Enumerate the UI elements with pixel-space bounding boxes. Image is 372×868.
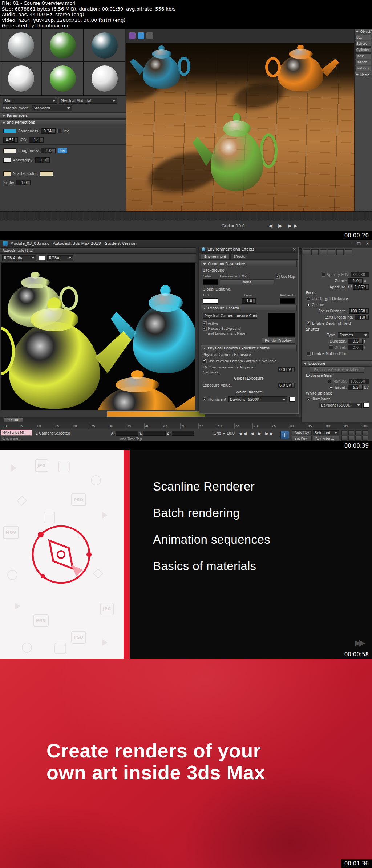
use-physical-controls-checkbox[interactable] [203, 359, 207, 363]
physical-camera-exposure-rollout[interactable]: Physical Camera Exposure Control [201, 345, 297, 351]
create-tab-icon[interactable] [303, 249, 310, 255]
object-type-button[interactable]: Torus [355, 53, 371, 59]
active-checkbox[interactable] [203, 321, 207, 325]
illuminant-swatch[interactable] [289, 397, 295, 402]
ior-input[interactable]: 1.4 [29, 137, 44, 143]
material-sample-slot[interactable] [84, 29, 125, 62]
key-filters-button[interactable]: Key Filters... [313, 436, 339, 441]
use-map-checkbox[interactable] [276, 275, 280, 279]
specify-fov-checkbox[interactable] [322, 273, 326, 277]
ambient-swatch[interactable] [280, 298, 295, 304]
anisotropy-input[interactable]: 1.0 [35, 157, 50, 163]
exposure-installed-button[interactable]: Exposure Control Installed [310, 367, 364, 373]
format-dropdown[interactable]: RGBA [47, 255, 73, 261]
command-panel-tabs[interactable] [303, 249, 371, 257]
target-radio[interactable] [329, 386, 333, 389]
common-parameters-rollout[interactable]: Common Parameters [201, 261, 297, 267]
time-slider-handle[interactable]: 0 / 100 [4, 417, 23, 422]
playback-controls[interactable]: ◀◀ ◀ ▶ ▶▶ [239, 431, 274, 436]
zoom-icon[interactable] [341, 430, 347, 435]
fov-icon[interactable] [362, 430, 368, 435]
object-type-button[interactable]: Box [355, 35, 371, 40]
zoom-input[interactable]: 1.0 [348, 278, 363, 284]
hierarchy-tab-icon[interactable] [320, 249, 327, 255]
offset-input[interactable]: 0.0 [348, 345, 363, 350]
maximize-viewport-icon[interactable] [355, 436, 361, 441]
material-sample-slot[interactable] [0, 29, 42, 62]
object-type-rollout-header[interactable]: Object Type [355, 29, 372, 34]
name-rollout-header[interactable]: Name [355, 72, 372, 77]
scatter-color-swatch[interactable] [40, 171, 53, 176]
level-input[interactable]: 1.0 [242, 298, 256, 304]
selection-set-dropdown[interactable]: Selected [313, 430, 339, 435]
tint-swatch[interactable] [203, 298, 218, 304]
illuminant-radio[interactable] [203, 397, 206, 401]
activeshade-titlebar[interactable]: ActiveShade (1:1) [0, 248, 196, 254]
object-type-button[interactable]: Sphere [355, 41, 371, 47]
minimize-button[interactable]: – [350, 241, 352, 246]
manual-radio[interactable] [328, 380, 331, 383]
display-color-swatch[interactable] [39, 256, 45, 260]
base-color-rollout-header[interactable]: and Reflections [0, 119, 126, 125]
x-input[interactable] [116, 431, 138, 436]
modify-tab-icon[interactable] [311, 249, 319, 255]
move-gizmo-icon[interactable]: + [280, 431, 289, 439]
use-target-radio[interactable] [307, 297, 310, 301]
background-color-swatch[interactable] [203, 279, 218, 285]
dialog-close-button[interactable]: × [293, 247, 296, 252]
enable-motion-blur-checkbox[interactable] [307, 352, 311, 356]
playback-controls[interactable]: ◀ ▶ ▶▶ [269, 223, 299, 228]
anisotropy-swatch[interactable] [3, 158, 11, 163]
zoom-extents-icon[interactable] [355, 430, 361, 435]
channel-dropdown[interactable]: RGB Alpha [2, 255, 36, 261]
display-tab-icon[interactable] [336, 249, 344, 255]
maxscript-mini-listener[interactable]: MAXScript Mi [1, 430, 32, 436]
material-type-dropdown[interactable]: Physical Material [59, 98, 117, 104]
tab-effects[interactable]: Effects [230, 253, 248, 259]
inv-checkbox[interactable] [57, 129, 61, 133]
target-input[interactable]: 6.5 [348, 385, 363, 390]
base-color-swatch[interactable] [3, 129, 16, 133]
specify-fov-value[interactable]: 34.938 [351, 272, 369, 277]
timeline-ruler[interactable] [0, 211, 372, 221]
set-key-button[interactable]: Set Key [292, 436, 312, 441]
add-time-tag[interactable]: Add Time Tag [120, 437, 142, 441]
utilities-tab-icon[interactable] [345, 249, 352, 255]
material-mode-dropdown[interactable]: Standard [32, 105, 72, 111]
toolbar-icon[interactable] [129, 32, 136, 39]
ev-comp-input[interactable]: 0.0 EV [278, 367, 295, 372]
object-type-button[interactable]: Cylinder [355, 47, 371, 53]
material-sample-slot[interactable] [42, 62, 84, 95]
z-input[interactable] [172, 431, 194, 436]
exposure-rollout-header[interactable]: Exposure [302, 360, 372, 367]
y-input[interactable] [143, 431, 166, 436]
lens-breathing-input[interactable]: 1.0 [355, 315, 369, 320]
material-sample-slot[interactable] [42, 29, 84, 62]
exposure-type-dropdown[interactable]: Physical Camer...posure Control [203, 313, 257, 319]
reflection-input[interactable]: 0.51 [3, 137, 18, 143]
duration-input[interactable]: 0.5 [348, 339, 363, 344]
object-type-button[interactable]: Teapot [355, 60, 371, 65]
inv-toggle-active[interactable]: Inv [57, 148, 67, 153]
illuminant-radio[interactable] [307, 397, 310, 401]
illuminant-dropdown[interactable]: Daylight (6500K) [228, 396, 287, 402]
render-preview-button[interactable]: Render Preview [262, 338, 295, 344]
toolbar-icon[interactable] [138, 32, 144, 39]
zoom-all-icon[interactable] [348, 430, 354, 435]
material-sample-slot[interactable] [84, 62, 125, 95]
orbit-icon[interactable] [348, 436, 354, 441]
maximize-button[interactable]: □ [357, 241, 360, 246]
enable-dof-checkbox[interactable] [307, 321, 311, 325]
roughness-input[interactable]: 0.24 [41, 128, 56, 134]
sss-swatch[interactable] [3, 171, 11, 176]
tab-environment[interactable]: Environment [201, 253, 230, 259]
process-background-checkbox[interactable] [203, 327, 207, 331]
parameters-rollout-header[interactable]: Parameters [0, 112, 126, 119]
track-bar[interactable]: 0510152025303540455055606570758085909510… [0, 423, 372, 429]
shutter-type-dropdown[interactable]: Frames [338, 332, 369, 338]
object-type-button[interactable]: TextPlus [355, 66, 371, 71]
exposure-value-input[interactable]: 6.0 EV [278, 383, 295, 388]
transparency-color-swatch[interactable] [3, 148, 16, 153]
custom-radio[interactable] [307, 303, 310, 307]
manual-input[interactable]: 105.350 [349, 379, 369, 384]
